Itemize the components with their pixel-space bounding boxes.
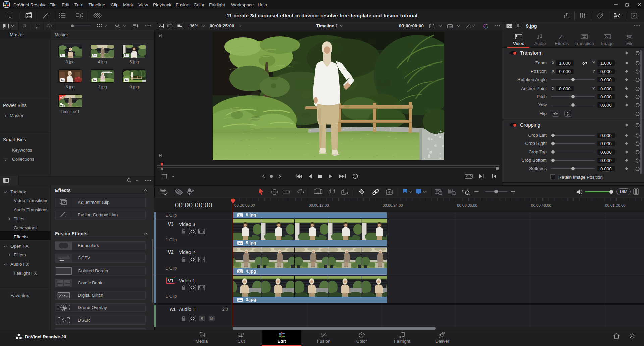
svg-text:HQ: HQ	[450, 26, 452, 28]
